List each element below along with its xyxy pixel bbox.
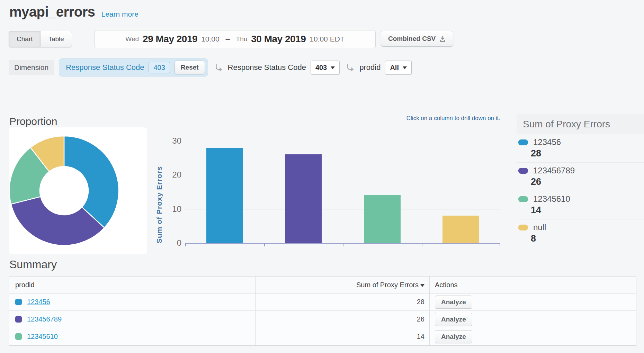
range-separator: – <box>225 34 230 44</box>
actions-cell: Analyze <box>430 328 636 345</box>
page-title: myapi_errors <box>9 4 95 20</box>
legend-item-123456789: 12345678926 <box>517 162 644 191</box>
view-toggle: Chart Table <box>9 31 72 47</box>
date-range-picker[interactable]: Wed 29 May 2019 10:00 – Thu 30 May 2019 … <box>94 30 376 48</box>
prodid-cell: 123456789 <box>9 311 256 328</box>
bar-12345610[interactable] <box>364 195 401 243</box>
legend-title: Sum of Proxy Errors <box>517 114 644 134</box>
analyze-button-12345610[interactable]: Analyze <box>435 330 472 343</box>
sum-cell: 26 <box>256 311 430 328</box>
legend-item-null: null8 <box>517 219 644 247</box>
x-axis-tick <box>343 244 343 246</box>
legend-item-row: 123456789 <box>518 166 644 175</box>
drilldown-arrow-icon <box>346 63 355 72</box>
table-row: 1234561014Analyze <box>9 328 636 345</box>
prodid-link-12345610[interactable]: 12345610 <box>27 333 58 341</box>
legend-item-row: null <box>518 223 644 232</box>
end-date: 30 May 2019 <box>251 34 306 45</box>
y-tick-label-20: 20 <box>166 170 181 180</box>
end-day: Thu <box>236 35 248 43</box>
x-axis-tick <box>422 244 422 246</box>
x-axis-tick <box>500 244 500 246</box>
dimension-label: Dimension <box>9 60 54 75</box>
proportion-title: Proportion <box>9 116 57 127</box>
legend-swatch-12345610 <box>518 196 528 202</box>
legend-value: 8 <box>531 233 644 244</box>
row-swatch-123456 <box>15 299 22 305</box>
active-filter-value-badge: 403 <box>149 62 170 73</box>
column-header-sum-of-proxy-errors[interactable]: Sum of Proxy Errors <box>256 277 430 293</box>
prodid-link-123456789[interactable]: 123456789 <box>27 315 62 323</box>
summary-table-header: prodidSum of Proxy ErrorsActions <box>9 277 636 293</box>
page-header: myapi_errors Learn more <box>9 4 138 20</box>
drilldown-dimension-name: prodid <box>359 63 381 72</box>
reset-button[interactable]: Reset <box>175 61 205 74</box>
prodid-link-123456[interactable]: 123456 <box>27 298 50 306</box>
drilldown-selected-value: 403 <box>315 64 327 72</box>
analyze-button-123456789[interactable]: Analyze <box>435 313 472 326</box>
legend-value: 28 <box>531 148 644 159</box>
column-header-label: Actions <box>435 281 458 289</box>
column-header-label: prodid <box>15 281 35 289</box>
legend-label: 12345610 <box>533 194 570 204</box>
column-header-actions[interactable]: Actions <box>430 277 636 293</box>
sum-value: 26 <box>417 315 424 323</box>
proportion-donut-card <box>9 127 147 254</box>
actions-cell: Analyze <box>430 311 636 328</box>
active-filter-chip[interactable]: Response Status Code 403 Reset <box>59 58 208 76</box>
legend-swatch-null <box>518 225 528 230</box>
drilldown-hint: Click on a column to drill down on it. <box>185 115 500 122</box>
legend-item-123456: 12345628 <box>517 134 644 162</box>
chevron-down-icon <box>403 66 407 69</box>
drilldown-dimension-name: Response Status Code <box>228 63 306 72</box>
summary-table-body: 12345628Analyze12345678926Analyze1234561… <box>9 293 636 345</box>
tab-table[interactable]: Table <box>40 31 71 47</box>
bar-123456789[interactable] <box>285 154 322 243</box>
summary-table: prodidSum of Proxy ErrorsActions 1234562… <box>9 276 636 346</box>
actions-cell: Analyze <box>430 293 636 310</box>
column-header-label: Sum of Proxy Errors <box>356 281 419 289</box>
y-tick-label-10: 10 <box>166 204 181 214</box>
learn-more-link[interactable]: Learn more <box>101 10 138 18</box>
y-tick-label-30: 30 <box>166 136 181 146</box>
prodid-cell: 123456 <box>9 293 256 310</box>
legend-swatch-123456 <box>518 139 528 145</box>
analyze-button-123456[interactable]: Analyze <box>435 296 472 309</box>
column-header-prodid[interactable]: prodid <box>9 277 256 293</box>
legend-label: 123456 <box>533 137 561 147</box>
chevron-down-icon <box>331 66 335 69</box>
drilldown-arrow-icon <box>214 63 223 72</box>
legend-value: 26 <box>531 176 644 187</box>
bar-chart-plot <box>185 141 500 243</box>
drilldown-group: prodidAll <box>346 61 412 75</box>
bar-null[interactable] <box>442 216 479 243</box>
x-axis-tick <box>185 244 186 246</box>
table-row: 12345678926Analyze <box>9 311 636 328</box>
y-axis-label: Sum of Proxy Errors <box>155 138 163 243</box>
combined-csv-button[interactable]: Combined CSV <box>381 31 453 47</box>
bar-123456[interactable] <box>206 148 243 243</box>
y-tick-label-0: 0 <box>166 238 181 248</box>
drilldown-select-prodid[interactable]: All <box>385 61 412 75</box>
row-swatch-123456789 <box>15 316 22 323</box>
filter-bar: Dimension Response Status Code 403 Reset… <box>9 59 412 76</box>
legend-label: null <box>533 223 546 232</box>
legend-panel: Sum of Proxy Errors 12345628123456789261… <box>517 114 644 247</box>
drilldown-controls: Response Status Code403prodidAll <box>208 61 412 75</box>
drilldown-selected-value: All <box>390 64 399 72</box>
csv-button-label: Combined CSV <box>388 35 436 43</box>
legend-item-row: 123456 <box>518 137 644 147</box>
header-divider <box>0 56 644 56</box>
drilldown-select-response-status-code[interactable]: 403 <box>311 61 340 75</box>
summary-title: Summary <box>9 258 57 271</box>
legend-item-12345610: 1234561014 <box>517 191 644 219</box>
legend-items: 12345628123456789261234561014null8 <box>517 134 644 247</box>
proportion-donut-chart <box>9 127 147 254</box>
sort-desc-icon <box>420 284 424 287</box>
end-time: 10:00 EDT <box>310 35 344 43</box>
legend-label: 123456789 <box>533 166 575 175</box>
sum-value: 28 <box>417 298 424 306</box>
legend-swatch-123456789 <box>518 168 528 174</box>
tab-chart[interactable]: Chart <box>9 31 40 47</box>
sum-cell: 28 <box>256 293 430 310</box>
